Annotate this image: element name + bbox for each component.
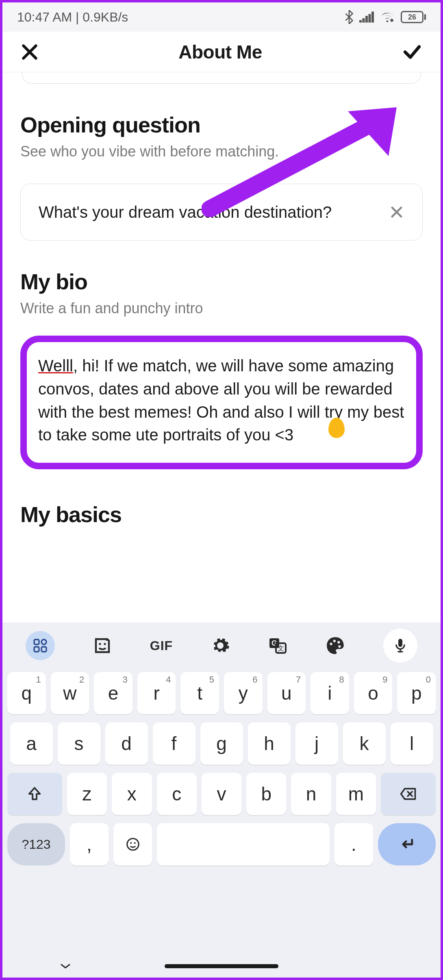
- key-u[interactable]: u7: [267, 672, 306, 714]
- shift-icon: [26, 786, 43, 802]
- svg-rect-7: [34, 647, 39, 652]
- svg-rect-2: [365, 16, 368, 23]
- mic-icon[interactable]: [383, 629, 417, 663]
- key-s[interactable]: s: [58, 722, 100, 765]
- key-c[interactable]: c: [157, 773, 197, 815]
- status-icons: 26: [345, 10, 426, 24]
- svg-rect-1: [363, 18, 365, 23]
- key-d[interactable]: d: [105, 722, 148, 765]
- keyboard[interactable]: GIF G文 q1w2e3r4t5y6u7i8o9p0 asdfghjkl zx…: [2, 622, 441, 955]
- enter-key[interactable]: [378, 823, 436, 865]
- opening-question-subtitle: See who you vibe with before matching.: [20, 143, 423, 160]
- key-w[interactable]: w2: [51, 672, 89, 714]
- bio-typo-word: Welll: [38, 357, 73, 375]
- key-e[interactable]: e3: [94, 672, 132, 714]
- svg-point-21: [130, 842, 132, 844]
- gif-button[interactable]: GIF: [150, 638, 173, 653]
- bluetooth-icon: [345, 10, 354, 24]
- svg-point-16: [333, 640, 336, 642]
- svg-rect-3: [369, 14, 371, 23]
- opening-question-title: Opening question: [20, 112, 423, 137]
- key-a[interactable]: a: [10, 722, 53, 765]
- key-m[interactable]: m: [336, 773, 376, 815]
- status-bar: 10:47 AM | 0.9KB/s 26: [2, 2, 441, 32]
- key-j[interactable]: j: [295, 722, 338, 765]
- comma-key[interactable]: ,: [70, 823, 109, 865]
- sticker-icon[interactable]: [93, 636, 112, 655]
- key-z[interactable]: z: [67, 773, 107, 815]
- battery-icon: 26: [401, 11, 426, 23]
- symbols-key[interactable]: ?123: [7, 823, 65, 865]
- svg-point-15: [330, 643, 332, 645]
- clear-question-icon[interactable]: [389, 204, 404, 220]
- emoji-icon: [125, 837, 141, 852]
- svg-rect-19: [398, 639, 402, 647]
- keyboard-collapse-icon[interactable]: [59, 962, 72, 970]
- key-o[interactable]: o9: [354, 672, 393, 714]
- keyboard-row-3: zxcvbnm: [7, 773, 436, 815]
- svg-point-17: [338, 641, 340, 644]
- key-y[interactable]: y6: [224, 672, 263, 714]
- opening-question-card[interactable]: What's your dream vacation destination?: [20, 184, 423, 241]
- translate-icon[interactable]: G文: [268, 636, 287, 655]
- key-r[interactable]: r4: [137, 672, 176, 714]
- page-title: About Me: [178, 41, 262, 63]
- close-icon[interactable]: [20, 43, 39, 61]
- keyboard-apps-icon[interactable]: [26, 631, 55, 660]
- keyboard-row-2: asdfghjkl: [7, 722, 436, 765]
- key-q[interactable]: q1: [7, 672, 46, 714]
- svg-rect-5: [34, 640, 39, 644]
- key-n[interactable]: n: [291, 773, 331, 815]
- confirm-check-icon[interactable]: [402, 41, 423, 63]
- svg-point-20: [127, 839, 139, 850]
- svg-point-9: [99, 643, 101, 645]
- bio-text[interactable]: Welll, hi! If we match, we will have som…: [38, 354, 405, 447]
- svg-text:文: 文: [278, 645, 284, 652]
- svg-rect-0: [359, 20, 362, 23]
- emoji-key[interactable]: [113, 823, 152, 865]
- bio-input-highlighted[interactable]: Welll, hi! If we match, we will have som…: [20, 336, 423, 469]
- palette-icon[interactable]: [325, 635, 345, 656]
- svg-point-18: [339, 645, 341, 648]
- enter-icon: [398, 835, 416, 853]
- shift-key[interactable]: [7, 773, 62, 815]
- system-nav-bar: [2, 955, 441, 978]
- wifi-icon: [380, 11, 395, 23]
- key-p[interactable]: p0: [397, 672, 436, 714]
- keyboard-row-1: q1w2e3r4t5y6u7i8o9p0: [7, 672, 436, 714]
- svg-rect-4: [371, 12, 374, 23]
- bio-subtitle: Write a fun and punchy intro: [20, 300, 423, 317]
- key-l[interactable]: l: [391, 722, 433, 765]
- settings-gear-icon[interactable]: [211, 636, 230, 655]
- previous-card-peek: [22, 72, 421, 84]
- svg-point-22: [134, 842, 135, 844]
- key-f[interactable]: f: [153, 722, 195, 765]
- content-scroll[interactable]: Opening question See who you vibe with b…: [2, 72, 441, 622]
- keyboard-toolbar: GIF G文: [2, 622, 441, 669]
- period-key[interactable]: .: [334, 823, 373, 865]
- svg-point-10: [104, 643, 106, 645]
- key-x[interactable]: x: [112, 773, 152, 815]
- signal-icon: [359, 11, 374, 23]
- basics-title: My basics: [20, 502, 423, 527]
- svg-rect-8: [41, 647, 46, 652]
- key-k[interactable]: k: [343, 722, 386, 765]
- bio-rest: , hi! If we match, we will have some ama…: [38, 357, 404, 444]
- key-t[interactable]: t5: [180, 672, 219, 714]
- key-v[interactable]: v: [202, 773, 241, 815]
- battery-level: 26: [401, 11, 423, 23]
- key-h[interactable]: h: [248, 722, 291, 765]
- home-pill[interactable]: [165, 964, 278, 968]
- spacebar-key[interactable]: [157, 823, 330, 865]
- opening-question-text: What's your dream vacation destination?: [39, 201, 332, 223]
- key-g[interactable]: g: [200, 722, 243, 765]
- bio-title: My bio: [20, 269, 423, 294]
- backspace-key[interactable]: [381, 773, 436, 815]
- keyboard-row-4: ?123 , .: [7, 823, 436, 871]
- key-b[interactable]: b: [246, 773, 286, 815]
- status-time: 10:47 AM | 0.9KB/s: [17, 10, 128, 25]
- navbar: About Me: [2, 32, 441, 72]
- key-i[interactable]: i8: [311, 672, 349, 714]
- backspace-icon: [400, 787, 417, 801]
- svg-rect-6: [41, 640, 46, 644]
